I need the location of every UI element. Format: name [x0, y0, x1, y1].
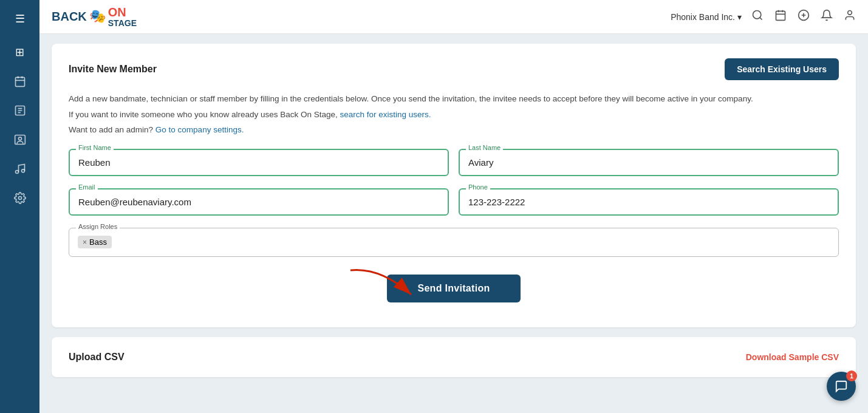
contact-row: Email Phone — [69, 188, 839, 216]
sidebar-item-settings[interactable] — [8, 186, 32, 210]
email-label: Email — [76, 183, 98, 191]
roles-input[interactable]: × Bass — [69, 228, 839, 257]
download-sample-link[interactable]: Download Sample CSV — [746, 352, 839, 362]
chat-badge: 1 — [846, 370, 857, 381]
chat-button[interactable]: 1 — [827, 372, 856, 401]
calendar-icon[interactable] — [774, 9, 787, 24]
sidebar-item-tasks[interactable] — [8, 98, 32, 123]
send-section: Send Invitation — [69, 264, 839, 313]
description-1: Add a new bandmate, technician or staff … — [69, 92, 839, 106]
logo-stage: STAGE — [108, 19, 137, 28]
svg-point-7 — [15, 171, 18, 174]
main-area: BACK 🎭 ON STAGE Phonix Band Inc. ▾ — [39, 0, 868, 413]
last-name-label: Last Name — [466, 144, 503, 151]
roles-group: Assign Roles × Bass — [69, 228, 839, 257]
last-name-group: Last Name — [459, 149, 839, 176]
last-name-input[interactable] — [459, 149, 839, 176]
role-tag-label: Bass — [89, 237, 107, 247]
header: BACK 🎭 ON STAGE Phonix Band Inc. ▾ — [39, 0, 868, 34]
add-icon[interactable] — [798, 9, 810, 24]
user-profile-icon[interactable] — [844, 9, 856, 24]
search-icon[interactable] — [751, 9, 764, 24]
first-name-label: First Name — [76, 144, 114, 151]
svg-point-16 — [848, 11, 852, 15]
arrow-indicator — [332, 264, 454, 307]
sidebar: ☰ ⊞ — [0, 0, 39, 413]
invite-card-title: Invite New Member — [69, 64, 157, 75]
description-3-prefix: Want to add an admin? — [69, 125, 155, 134]
sidebar-item-calendar[interactable] — [8, 69, 32, 94]
email-group: Email — [69, 188, 449, 216]
phone-group: Phone — [459, 188, 839, 216]
bell-icon[interactable] — [821, 9, 833, 24]
search-existing-link[interactable]: search for existing users. — [340, 110, 431, 119]
description-3: Want to add an admin? Go to company sett… — [69, 123, 839, 137]
app-logo: BACK 🎭 ON STAGE — [52, 5, 137, 28]
svg-point-8 — [21, 169, 24, 172]
phone-input[interactable] — [459, 188, 839, 216]
company-settings-link[interactable]: Go to company settings. — [155, 125, 244, 134]
role-tag-remove-bass[interactable]: × — [83, 238, 87, 247]
svg-rect-0 — [15, 77, 24, 86]
logo-back: BACK — [52, 10, 87, 24]
logo-on: ON — [108, 5, 137, 19]
hamburger-icon[interactable]: ☰ — [10, 7, 30, 30]
upload-csv-title: Upload CSV — [69, 352, 125, 363]
logo-icon: 🎭 — [89, 9, 106, 24]
search-existing-users-button[interactable]: Search Existing Users — [725, 58, 839, 80]
upload-csv-header: Upload CSV Download Sample CSV — [69, 352, 839, 363]
svg-point-10 — [753, 11, 761, 19]
phone-label: Phone — [466, 183, 490, 191]
header-actions — [751, 9, 856, 24]
email-input[interactable] — [69, 188, 449, 216]
upload-csv-card: Upload CSV Download Sample CSV — [52, 337, 856, 377]
first-name-group: First Name — [69, 149, 449, 176]
company-name: Phonix Band Inc. — [671, 12, 735, 22]
first-name-input[interactable] — [69, 149, 449, 176]
roles-label: Assign Roles — [76, 223, 120, 230]
svg-rect-11 — [776, 11, 785, 20]
description-2: If you want to invite someone who you kn… — [69, 108, 839, 121]
sidebar-item-dashboard[interactable]: ⊞ — [8, 40, 32, 64]
role-tag-bass: × Bass — [78, 236, 112, 248]
sidebar-item-music[interactable] — [8, 157, 32, 181]
svg-point-9 — [18, 197, 21, 200]
company-dropdown-icon: ▾ — [737, 12, 742, 22]
page-content: Invite New Member Search Existing Users … — [39, 34, 868, 413]
description-2-prefix: If you want to invite someone who you kn… — [69, 110, 340, 119]
invite-card: Invite New Member Search Existing Users … — [52, 44, 856, 327]
name-row: First Name Last Name — [69, 149, 839, 176]
sidebar-item-contacts[interactable] — [8, 128, 32, 152]
svg-point-6 — [18, 137, 21, 140]
company-selector[interactable]: Phonix Band Inc. ▾ — [671, 12, 742, 22]
invite-card-header: Invite New Member Search Existing Users — [69, 58, 839, 80]
